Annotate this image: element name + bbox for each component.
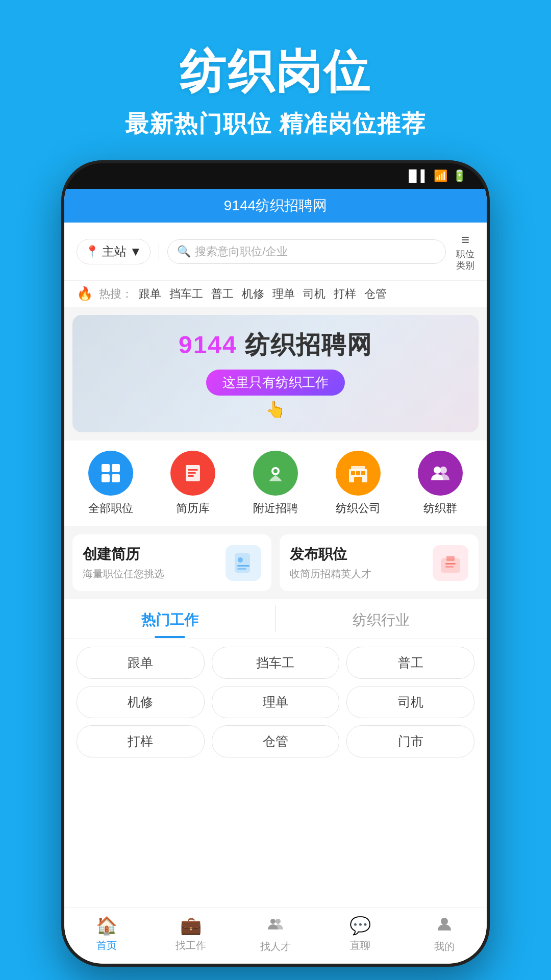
direct-icon: 💬 (349, 915, 371, 936)
search-icon: 🔍 (177, 245, 191, 258)
home-icon: 🏠 (96, 915, 117, 936)
search-divider (159, 242, 160, 261)
nav-item-company[interactable]: 纺织公司 (336, 451, 381, 516)
job-tag-4[interactable]: 理单 (212, 686, 340, 718)
bottom-nav-find-talent[interactable]: 找人才 (233, 915, 318, 953)
svg-point-26 (270, 919, 276, 924)
svg-rect-5 (188, 469, 198, 471)
svg-rect-3 (112, 474, 120, 482)
search-placeholder-text: 搜索意向职位/企业 (195, 244, 288, 259)
find-talent-label: 找人才 (260, 940, 291, 953)
banner-content: 9144 纺织招聘网 这里只有纺织工作 👆 (179, 329, 372, 419)
create-resume-icon (226, 545, 261, 581)
category-button[interactable]: ≡ 职位类别 (456, 232, 474, 271)
nav-label-company: 纺织公司 (336, 501, 381, 516)
home-label: 首页 (96, 939, 117, 952)
svg-rect-15 (351, 466, 365, 470)
job-tag-6[interactable]: 打样 (77, 725, 205, 757)
svg-point-19 (238, 557, 243, 562)
hot-label: 热搜： (99, 286, 133, 302)
status-icons: ▐▌▌ 📶 🔋 (405, 169, 466, 183)
tab-textile-industry[interactable]: 纺织行业 (276, 599, 487, 638)
signal-icon: ▐▌▌ (405, 169, 429, 183)
bottom-nav-find-job[interactable]: 💼 找工作 (149, 915, 234, 953)
battery-icon: 🔋 (453, 169, 466, 183)
category-icon: ≡ (461, 232, 469, 248)
notch (214, 163, 337, 189)
svg-point-28 (441, 918, 448, 925)
cursor-icon: 👆 (179, 400, 372, 419)
search-input-wrap[interactable]: 🔍 搜索意向职位/企业 (167, 239, 446, 264)
svg-rect-7 (188, 475, 194, 477)
job-tag-8[interactable]: 门市 (346, 725, 474, 757)
create-resume-text: 创建简历 海量职位任您挑选 (83, 545, 164, 581)
bottom-nav-mine[interactable]: 我的 (402, 915, 487, 953)
banner-subtitle-wrap: 这里只有纺织工作 (206, 370, 345, 396)
svg-rect-23 (446, 556, 455, 561)
job-tag-7[interactable]: 仓管 (212, 725, 340, 757)
svg-rect-25 (445, 566, 454, 568)
job-tag-0[interactable]: 跟单 (77, 647, 205, 679)
create-resume-desc: 海量职位任您挑选 (83, 567, 164, 581)
nav-circle-resume (170, 451, 215, 496)
hot-tag-6[interactable]: 打样 (334, 286, 356, 302)
nav-circle-group (418, 451, 463, 496)
banner[interactable]: 9144 纺织招聘网 这里只有纺织工作 👆 (72, 315, 479, 432)
create-resume-card[interactable]: 创建简历 海量职位任您挑选 (72, 534, 271, 591)
svg-rect-2 (102, 474, 110, 482)
mine-icon (436, 915, 453, 937)
wifi-icon: 📶 (434, 169, 447, 183)
find-job-icon: 💼 (180, 915, 202, 936)
fire-icon: 🔥 (77, 286, 93, 302)
nav-circle-nearby (253, 451, 298, 496)
action-cards: 创建简历 海量职位任您挑选 发布职位 收简历招精英人才 (72, 534, 479, 591)
post-job-card[interactable]: 发布职位 收简历招精英人才 (280, 534, 479, 591)
svg-rect-12 (356, 471, 360, 475)
svg-rect-0 (102, 464, 110, 472)
hot-tag-5[interactable]: 司机 (303, 286, 325, 302)
hot-tag-0[interactable]: 跟单 (139, 286, 161, 302)
svg-point-16 (434, 467, 441, 474)
create-resume-title: 创建简历 (83, 545, 164, 564)
bottom-nav-direct[interactable]: 💬 直聊 (318, 915, 403, 953)
mine-label: 我的 (434, 940, 455, 953)
tab-hot-jobs[interactable]: 热门工作 (64, 599, 275, 638)
hot-tag-3[interactable]: 机修 (242, 286, 264, 302)
hot-tag-1[interactable]: 挡车工 (169, 286, 203, 302)
find-job-label: 找工作 (176, 939, 206, 952)
hot-search-bar: 🔥 热搜： 跟单 挡车工 普工 机修 理单 司机 打样 仓管 (64, 280, 487, 307)
phone-frame: ▐▌▌ 📶 🔋 9144纺织招聘网 📍 主站 ▼ 🔍 搜索意向职位/企业 ≡ 职… (61, 160, 490, 967)
bg-subtitle: 最新热门职位 精准岗位推荐 (125, 108, 427, 140)
bottom-nav-home[interactable]: 🏠 首页 (64, 915, 149, 953)
svg-rect-1 (112, 464, 120, 472)
post-job-text: 发布职位 收简历招精英人才 (290, 545, 371, 581)
tab-header: 热门工作 纺织行业 (64, 599, 487, 639)
svg-rect-21 (237, 568, 246, 570)
svg-point-17 (440, 467, 447, 474)
hot-tag-4[interactable]: 理单 (272, 286, 295, 302)
banner-subtitle: 这里只有纺织工作 (222, 375, 329, 390)
job-tag-1[interactable]: 挡车工 (212, 647, 340, 679)
nav-item-group[interactable]: 纺织群 (418, 451, 463, 516)
location-button[interactable]: 📍 主站 ▼ (77, 239, 151, 264)
nav-item-all-jobs[interactable]: 全部职位 (88, 451, 133, 516)
post-job-title: 发布职位 (290, 545, 371, 564)
nav-item-resume[interactable]: 简历库 (170, 451, 215, 516)
job-tag-3[interactable]: 机修 (77, 686, 205, 718)
job-tag-5[interactable]: 司机 (346, 686, 474, 718)
post-job-desc: 收简历招精英人才 (290, 567, 371, 581)
search-area: 📍 主站 ▼ 🔍 搜索意向职位/企业 ≡ 职位类别 (64, 223, 487, 280)
hot-tag-7[interactable]: 仓管 (364, 286, 387, 302)
svg-rect-11 (351, 471, 355, 475)
svg-rect-13 (361, 471, 365, 475)
bg-title: 纺织岗位 (180, 41, 371, 103)
job-tag-2[interactable]: 普工 (346, 647, 474, 679)
nav-circle-company (336, 451, 381, 496)
nav-item-nearby[interactable]: 附近招聘 (253, 451, 298, 516)
hot-tag-2[interactable]: 普工 (211, 286, 234, 302)
category-label: 职位类别 (456, 249, 474, 271)
nav-label-nearby: 附近招聘 (253, 501, 298, 516)
svg-rect-14 (354, 477, 362, 482)
banner-logo: 9144 纺织招聘网 (179, 329, 372, 361)
location-label: 主站 (102, 243, 127, 260)
